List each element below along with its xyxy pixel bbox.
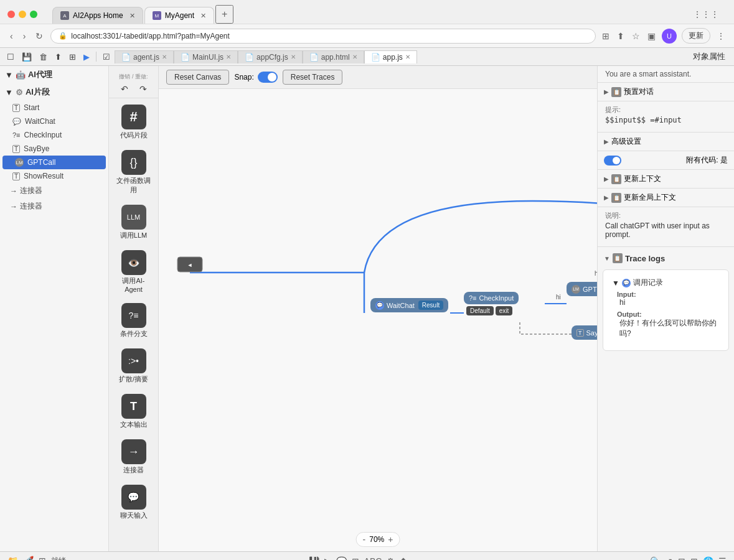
tool-connector[interactable]: → 连接器 (112, 436, 156, 478)
apphtml-file-close[interactable]: ✕ (352, 54, 357, 60)
waitchat-node-box[interactable]: 💬 WaitChat Result (370, 298, 448, 312)
status-export-icon[interactable]: ⬆ (400, 556, 407, 561)
snap-toggle[interactable] (258, 72, 278, 83)
save-file-button[interactable]: 💾 (19, 50, 35, 63)
node-waitchat[interactable]: 💬 WaitChat Result (370, 298, 448, 312)
tool-file-func[interactable]: {} 文件函数调用 (112, 146, 156, 198)
status-link-icon[interactable]: ⊞ (690, 556, 698, 561)
reset-canvas-button[interactable]: Reset Canvas (166, 70, 229, 85)
status-save-icon[interactable]: 💾 (309, 556, 319, 561)
zoom-out-button[interactable]: - (363, 534, 366, 544)
redo-button[interactable]: ↷ (136, 82, 150, 96)
delete-file-button[interactable]: 🗑 (36, 50, 50, 63)
sidebar-item-start[interactable]: T Start (0, 101, 108, 114)
agent-file-close[interactable]: ✕ (162, 54, 167, 60)
tool-cond-branch[interactable]: ?≡ 条件分支 (112, 299, 156, 342)
sidebar-item-checkinput[interactable]: ?≡ CheckInput (0, 128, 108, 142)
status-abc-icon[interactable]: ABC (364, 556, 382, 561)
appcfg-file-close[interactable]: ✕ (291, 54, 296, 60)
connector-item-1[interactable]: → 连接器 (0, 183, 108, 198)
browser-tab-ai2apps[interactable]: A AI2Apps Home ✕ (52, 7, 143, 24)
tool-ai-agent[interactable]: 👁️ 调用AI-Agent (112, 246, 156, 297)
status-grid-icon[interactable]: ⊞ (39, 556, 46, 560)
ai-agent-section[interactable]: ▼ 🤖 AI代理 (0, 66, 108, 83)
file-tab-agent[interactable]: 📄 agent.js ✕ (115, 50, 174, 63)
browser-menu-button[interactable]: ⋮ (715, 30, 727, 42)
sidebar-item-saybye[interactable]: T SayBye (0, 142, 108, 156)
checkbox-button[interactable]: ☑ (100, 50, 113, 63)
text-output-label: 文本输出 (120, 420, 148, 429)
minimize-button[interactable] (19, 11, 26, 18)
rp-update-global-context-header[interactable]: ▶ 📋 更新全局上下文 (598, 189, 734, 207)
ai-fragment-section[interactable]: ▼ ⚙ AI片段 (0, 83, 108, 101)
trace-call-record-header[interactable]: ▼ 💬 调用记录 (612, 278, 720, 288)
file-tabs: 📄 agent.js ✕ 📄 MainUI.js ✕ 📄 appCfg.js ✕… (115, 50, 687, 63)
gptcall-node-box[interactable]: LM GPTCall Result (567, 282, 597, 296)
status-menu-icon[interactable]: ☰ (718, 556, 727, 561)
sidebar-item-waitchat[interactable]: 💬 WaitChat (0, 114, 108, 128)
browser-tab-myagent[interactable]: M MyAgent ✕ (144, 7, 214, 24)
rp-update-context-header[interactable]: ▶ 📋 更新上下文 (598, 170, 734, 188)
sidebar-item-gptcall[interactable]: LM GPTCall (2, 156, 106, 169)
status-search-icon[interactable]: 🔍 (650, 556, 661, 561)
status-cursor-icon[interactable]: ↗ (666, 556, 673, 561)
myagent-tab-close[interactable]: ✕ (200, 12, 206, 20)
node-saybye[interactable]: T SayBye Result (572, 325, 597, 340)
url-box[interactable]: 🔒 localhost:3301/-tabedit/app.html?path=… (50, 29, 596, 44)
close-button[interactable] (7, 11, 15, 18)
reset-traces-button[interactable]: Reset Traces (283, 70, 343, 85)
user-avatar[interactable]: U (662, 29, 677, 44)
file-tab-apphtml[interactable]: 📄 app.html ✕ (303, 50, 364, 63)
tool-scatter[interactable]: :>• 扩散/摘要 (112, 345, 156, 388)
status-layout2-icon[interactable]: ⊞ (352, 556, 359, 561)
saybye-node-box[interactable]: T SayBye Result (572, 325, 597, 340)
node-checkinput[interactable]: ?≡ CheckInput Default exit (464, 292, 519, 315)
tool-code-fragment[interactable]: # 代码片段 (112, 101, 156, 144)
translate-button[interactable]: ⊞ (601, 30, 611, 42)
refresh-button[interactable]: ↻ (33, 30, 45, 42)
tool-text-output[interactable]: T 文本输出 (112, 390, 156, 433)
mainui-file-icon: 📄 (181, 53, 190, 62)
appjs-file-close[interactable]: ✕ (405, 54, 410, 60)
browser-more-button[interactable]: ⋮⋮⋮ (693, 9, 727, 19)
forward-button[interactable]: › (21, 30, 29, 42)
status-globe-icon[interactable]: 🌐 (703, 556, 713, 561)
status-settings-icon[interactable]: ⚙ (387, 556, 395, 561)
undo-button[interactable]: ↶ (118, 82, 131, 96)
trace-logs-header[interactable]: ▼ 📋 Trace logs (598, 250, 734, 267)
status-filter-icon[interactable]: ⊡ (678, 556, 685, 561)
layout-button[interactable]: ⊞ (66, 50, 79, 63)
status-play-icon[interactable]: ▶ (324, 556, 331, 561)
new-tab-button[interactable]: + (215, 5, 233, 24)
connector1-label: 连接器 (20, 185, 42, 196)
checkinput-node-box[interactable]: ?≡ CheckInput (464, 292, 519, 304)
rp-prompt-section: 提示: $$input$$ =#input (598, 101, 734, 133)
sidebar-toggle[interactable]: ▣ (646, 30, 657, 42)
zoom-in-button[interactable]: + (388, 534, 393, 544)
agent-file-label: agent.js (133, 53, 159, 62)
file-tab-appjs[interactable]: 📄 app.js ✕ (364, 50, 417, 63)
mainui-file-close[interactable]: ✕ (226, 54, 231, 60)
file-tab-appcfg[interactable]: 📄 appCfg.js ✕ (238, 50, 303, 63)
rp-advanced-header[interactable]: ▶ 高级设置 (598, 133, 734, 151)
share-button[interactable]: ⬆ (616, 30, 626, 42)
run-button[interactable]: ▶ (80, 50, 93, 63)
status-folder-icon[interactable]: 📁 (7, 556, 18, 560)
upload-button[interactable]: ⬆ (52, 50, 65, 63)
connector-item-2[interactable]: → 连接器 (0, 198, 108, 214)
status-rocket-icon[interactable]: 🚀 (23, 556, 34, 560)
attach-code-toggle[interactable] (604, 156, 621, 166)
back-button[interactable]: ‹ (7, 30, 16, 42)
file-tab-mainui[interactable]: 📄 MainUI.js ✕ (174, 50, 238, 63)
update-button[interactable]: 更新 (682, 28, 710, 44)
tool-chat-input[interactable]: 💬 聊天输入 (112, 481, 156, 524)
bookmark-button[interactable]: ☆ (631, 30, 641, 42)
maximize-button[interactable] (30, 11, 37, 18)
ai2apps-tab-close[interactable]: ✕ (129, 12, 135, 20)
rp-preset-dialog-header[interactable]: ▶ 📋 预置对话 (598, 83, 734, 101)
new-file-button[interactable]: ☐ (4, 50, 17, 63)
sidebar-item-showresult[interactable]: T ShowResult (0, 169, 108, 183)
node-gptcall[interactable]: LM GPTCall Result (567, 282, 597, 296)
tool-llm-call[interactable]: LLM 调用LLM (112, 201, 156, 244)
status-chat-icon[interactable]: 💬 (336, 556, 347, 561)
